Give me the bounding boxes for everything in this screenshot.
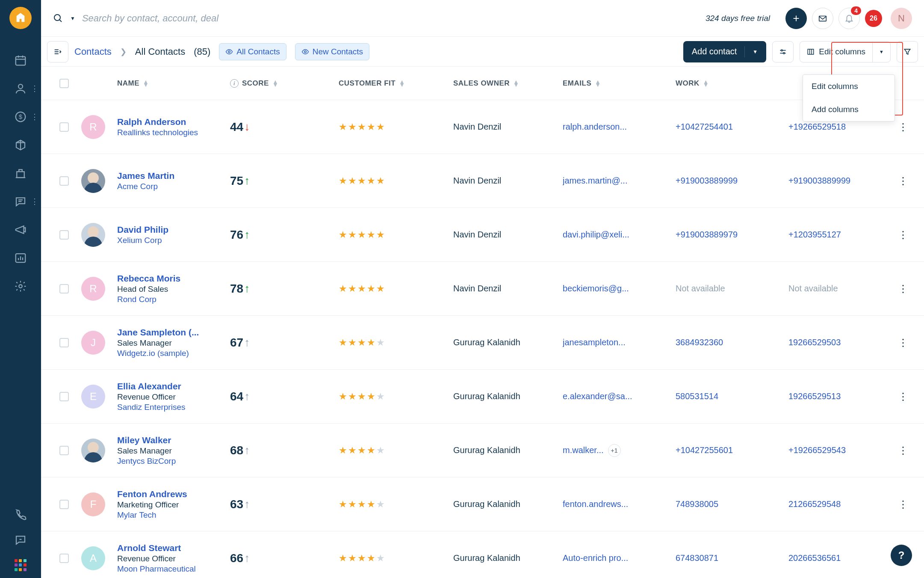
contact-name[interactable]: Miley Walker [117, 435, 230, 445]
nav-reports[interactable] [0, 244, 41, 272]
nav-products[interactable] [0, 131, 41, 159]
contact-company[interactable]: Sandiz Enterprises [117, 403, 230, 412]
contact-name[interactable]: Fenton Andrews [117, 489, 230, 499]
contact-email[interactable]: davi.philip@xeli... [563, 230, 629, 240]
column-score[interactable]: iSCORE▲▼ [230, 79, 339, 88]
row-more-icon[interactable]: ⋮ [898, 498, 908, 510]
contact-email[interactable]: janesampleton... [563, 338, 626, 347]
work-phone[interactable]: +10427254401 [676, 122, 733, 131]
add-contact-button[interactable]: Add contact ▼ [683, 41, 767, 62]
user-avatar[interactable]: N [891, 8, 912, 29]
app-switcher-icon[interactable] [15, 559, 27, 571]
row-checkbox[interactable] [59, 230, 69, 240]
contact-company[interactable]: Xelium Corp [117, 236, 230, 245]
dropdown-edit-columns[interactable]: Edit columns [803, 75, 894, 98]
filter-chip-new[interactable]: New Contacts [295, 43, 369, 60]
work-phone[interactable]: 674830871 [676, 553, 718, 563]
row-checkbox[interactable] [59, 338, 69, 347]
contact-email[interactable]: fenton.andrews... [563, 499, 628, 509]
contact-email[interactable]: james.martin@... [563, 176, 627, 186]
breadcrumb-contacts[interactable]: Contacts [74, 46, 112, 57]
mobile-phone[interactable]: +19266529518 [788, 122, 846, 131]
activity-badge[interactable]: 26 [865, 10, 882, 27]
nav-conversations[interactable]: ⋮ [0, 187, 41, 216]
edit-columns-caret[interactable]: ▼ [872, 41, 890, 62]
row-checkbox[interactable] [59, 446, 69, 455]
select-all-checkbox[interactable] [59, 79, 69, 88]
nav-contacts-menu-icon[interactable]: ⋮ [31, 84, 38, 93]
row-checkbox[interactable] [59, 176, 69, 186]
filter-button[interactable] [897, 41, 918, 62]
nav-deals[interactable]: $ ⋮ [0, 103, 41, 131]
column-work[interactable]: WORK▲▼ [676, 79, 788, 88]
contact-avatar[interactable] [81, 439, 105, 462]
contact-avatar[interactable]: A [81, 546, 105, 570]
nav-settings[interactable] [0, 272, 41, 300]
contact-name[interactable]: Ellia Alexander [117, 381, 230, 391]
work-phone[interactable]: +919003889999 [676, 176, 738, 185]
edit-columns-button[interactable]: Edit columns [800, 41, 872, 62]
contact-company[interactable]: Widgetz.io (sample) [117, 349, 230, 358]
mobile-phone[interactable]: +1203955127 [788, 230, 841, 239]
contact-email[interactable]: Auto-enrich pro... [563, 553, 628, 563]
column-name[interactable]: NAME▲▼ [117, 79, 230, 88]
row-more-icon[interactable]: ⋮ [898, 283, 908, 295]
work-phone[interactable]: +919003889979 [676, 230, 738, 239]
notifications-button[interactable]: 4 [838, 8, 860, 29]
row-checkbox[interactable] [59, 122, 69, 132]
column-emails[interactable]: EMAILS▲▼ [563, 79, 676, 88]
search-input[interactable] [82, 13, 296, 24]
contact-name[interactable]: James Martin [117, 171, 230, 181]
contact-company[interactable]: Rond Corp [117, 295, 230, 304]
contact-avatar[interactable]: R [81, 277, 105, 301]
view-toggle-button[interactable] [47, 41, 68, 62]
info-icon[interactable]: i [230, 79, 239, 88]
work-phone[interactable]: 3684932360 [676, 338, 723, 347]
contact-avatar[interactable]: J [81, 331, 105, 355]
nav-conversations-menu-icon[interactable]: ⋮ [31, 197, 38, 206]
contact-company[interactable]: Acme Corp [117, 182, 230, 191]
nav-calendar[interactable] [0, 46, 41, 74]
contact-company[interactable]: Moon Pharmaceutical [117, 564, 230, 574]
contact-name[interactable]: Jane Sampleton (... [117, 327, 230, 338]
search-icon[interactable] [53, 13, 63, 24]
contact-name[interactable]: Rebecca Moris [117, 273, 230, 284]
mobile-phone[interactable]: 19266529513 [788, 391, 841, 401]
contact-avatar[interactable]: F [81, 492, 105, 516]
contact-company[interactable]: Jentycs BizCorp [117, 456, 230, 466]
nav-phone[interactable] [0, 508, 41, 521]
row-more-icon[interactable]: ⋮ [898, 445, 908, 456]
contact-name[interactable]: David Philip [117, 225, 230, 235]
row-checkbox[interactable] [59, 554, 69, 563]
contact-company[interactable]: Reallinks technologies [117, 128, 230, 137]
email-extra-badge[interactable]: +1 [608, 444, 621, 457]
work-phone[interactable]: +10427255601 [676, 445, 733, 455]
row-more-icon[interactable]: ⋮ [898, 121, 908, 133]
contact-company[interactable]: Mylar Tech [117, 510, 230, 520]
row-checkbox[interactable] [59, 500, 69, 509]
customize-button[interactable] [772, 41, 794, 62]
mail-button[interactable] [812, 8, 833, 29]
nav-contacts[interactable]: ⋮ [0, 74, 41, 103]
app-logo[interactable] [9, 7, 32, 29]
row-more-icon[interactable]: ⋮ [898, 391, 908, 403]
quick-add-button[interactable] [785, 8, 807, 29]
row-more-icon[interactable]: ⋮ [898, 175, 908, 187]
contact-avatar[interactable]: E [81, 385, 105, 409]
contact-email[interactable]: e.alexander@sa... [563, 391, 632, 401]
dropdown-add-columns[interactable]: Add columns [803, 98, 894, 121]
mobile-phone[interactable]: +919003889999 [788, 176, 850, 185]
row-more-icon[interactable]: ⋮ [898, 337, 908, 349]
contact-email[interactable]: m.walker... [563, 445, 604, 455]
search-scope-caret-icon[interactable]: ▼ [70, 15, 75, 21]
nav-deals-menu-icon[interactable]: ⋮ [31, 112, 38, 122]
work-phone[interactable]: 580531514 [676, 391, 718, 401]
mobile-phone[interactable]: 21266529548 [788, 499, 841, 509]
column-customer-fit[interactable]: CUSTOMER FIT▲▼ [339, 79, 453, 88]
contact-email[interactable]: ralph.anderson... [563, 122, 627, 132]
contact-name[interactable]: Ralph Anderson [117, 117, 230, 127]
row-checkbox[interactable] [59, 392, 69, 401]
contact-email[interactable]: beckiemoris@g... [563, 284, 629, 293]
work-phone[interactable]: 748938005 [676, 499, 718, 509]
nav-accounts[interactable] [0, 159, 41, 187]
